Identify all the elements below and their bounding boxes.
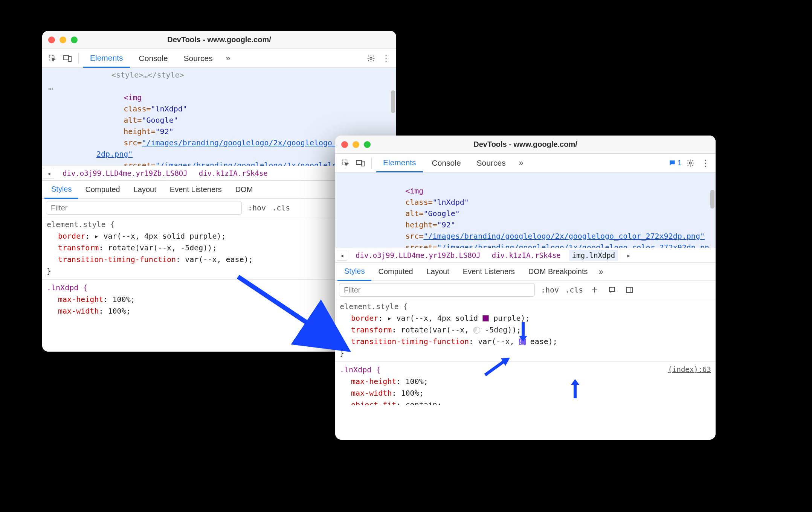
chevron-left-icon[interactable]: ◂: [337, 250, 347, 261]
subtab-styles[interactable]: Styles: [337, 263, 371, 281]
window-title: DevTools - www.google.com/: [335, 140, 716, 149]
breadcrumb-item-0[interactable]: div.o3j99.LLD4me.yr19Zb.LS8OJ: [353, 250, 484, 261]
close-brace: }: [340, 347, 711, 359]
gear-icon[interactable]: [684, 157, 697, 169]
css-decl-border[interactable]: border: ▸ var(--x, 4px solid purple);: [340, 312, 711, 324]
more-subtabs-icon[interactable]: »: [595, 265, 607, 278]
dom-tree[interactable]: <img class="lnXdpd" alt="Google" height=…: [335, 172, 716, 248]
kebab-icon[interactable]: ⋮: [699, 157, 712, 169]
breadcrumb-item-2[interactable]: img.lnXdpd: [569, 250, 618, 261]
styles-pane: element.style { border: ▸ var(--x, 4px s…: [335, 299, 716, 409]
inspect-icon[interactable]: [339, 157, 352, 169]
dom-node-img[interactable]: <img class="lnXdpd" alt="Google" height=…: [340, 174, 710, 248]
subtab-computed[interactable]: Computed: [78, 181, 127, 198]
traffic-lights: [48, 37, 78, 43]
subtab-layout[interactable]: Layout: [127, 181, 163, 198]
close-icon[interactable]: [341, 141, 348, 148]
minimize-icon[interactable]: [353, 141, 359, 148]
selector-element-style[interactable]: element.style {: [340, 301, 711, 312]
minimize-icon[interactable]: [60, 37, 66, 43]
subtab-layout[interactable]: Layout: [420, 263, 456, 280]
more-tabs-icon[interactable]: »: [515, 157, 528, 169]
breadcrumb-item-1[interactable]: div.k1zIA.rSk4se: [489, 250, 564, 261]
cls-toggle[interactable]: .cls: [565, 285, 583, 294]
device-mode-icon[interactable]: [354, 157, 367, 169]
tab-console[interactable]: Console: [132, 49, 175, 68]
separator: [78, 53, 79, 64]
subtab-computed[interactable]: Computed: [371, 263, 420, 280]
scrollbar-thumb[interactable]: [710, 190, 714, 209]
color-swatch-icon[interactable]: [482, 315, 489, 322]
issues-count: 1: [678, 158, 682, 167]
tab-sources[interactable]: Sources: [470, 154, 513, 172]
filter-input[interactable]: [339, 283, 535, 297]
breadcrumb: ◂ div.o3j99.LLD4me.yr19Zb.LS8OJ div.k1zI…: [335, 248, 716, 263]
svg-point-3: [370, 57, 372, 59]
pin-icon[interactable]: [606, 284, 618, 296]
filter-input[interactable]: [46, 201, 242, 215]
inspect-icon[interactable]: [46, 52, 59, 65]
kebab-icon[interactable]: ⋮: [380, 52, 392, 65]
window-title: DevTools - www.google.com/: [42, 35, 396, 44]
css-decl[interactable]: max-height: 100%;: [340, 376, 711, 387]
svg-rect-8: [609, 287, 615, 291]
subtab-styles[interactable]: Styles: [44, 181, 78, 199]
tab-console[interactable]: Console: [425, 154, 468, 172]
dom-node-style[interactable]: <style>…</style>: [63, 69, 391, 81]
css-decl-ttf[interactable]: transition-timing-function: var(--x, eas…: [340, 336, 711, 347]
tab-elements[interactable]: Elements: [376, 154, 423, 172]
gear-icon[interactable]: [365, 52, 377, 65]
main-toolbar: Elements Console Sources » ⋮: [42, 49, 396, 68]
breadcrumb-item-0[interactable]: div.o3j99.LLD4me.yr19Zb.LS8OJ: [60, 168, 191, 179]
devtools-window-right: DevTools - www.google.com/ Elements Cons…: [335, 136, 716, 440]
hov-toggle[interactable]: :hov: [541, 285, 559, 294]
sidebar-icon[interactable]: [624, 284, 635, 296]
chevron-right-icon[interactable]: ▸: [623, 250, 634, 261]
css-decl[interactable]: object-fit: contain;: [340, 399, 711, 405]
filter-row: :hov .cls: [335, 281, 716, 299]
svg-rect-9: [626, 287, 632, 293]
breadcrumb-item-1[interactable]: div.k1zIA.rSk4se: [196, 168, 271, 179]
close-icon[interactable]: [48, 37, 55, 43]
src-link[interactable]: "/images/branding/googlelogo/2x/googlelo…: [423, 232, 705, 241]
separator: [371, 157, 372, 169]
css-decl-transform[interactable]: transform: rotate(var(--x, -5deg));: [340, 324, 711, 336]
new-rule-icon[interactable]: [589, 284, 600, 296]
bezier-swatch-icon[interactable]: [519, 338, 526, 345]
cls-toggle[interactable]: .cls: [272, 203, 290, 212]
chevron-left-icon[interactable]: ◂: [44, 168, 54, 178]
source-link[interactable]: (index):63: [668, 364, 711, 375]
scrollbar-thumb[interactable]: [391, 90, 395, 113]
traffic-lights: [341, 141, 371, 148]
subtab-event-listeners[interactable]: Event Listeners: [456, 263, 522, 280]
css-decl[interactable]: max-width: 100%;: [340, 387, 711, 399]
subtab-event-listeners[interactable]: Event Listeners: [163, 181, 229, 198]
zoom-icon[interactable]: [364, 141, 371, 148]
titlebar: DevTools - www.google.com/: [335, 136, 716, 154]
device-mode-icon[interactable]: [61, 52, 74, 65]
main-toolbar: Elements Console Sources » 1 ⋮: [335, 154, 716, 172]
subtab-dom-breakpoints[interactable]: DOM Breakpoints: [522, 263, 595, 280]
tab-sources[interactable]: Sources: [177, 49, 220, 68]
selector-lnxdpd[interactable]: .lnXdpd {: [340, 365, 380, 374]
angle-swatch-icon[interactable]: [473, 327, 480, 334]
tab-elements[interactable]: Elements: [83, 49, 130, 68]
subtab-dom-breakpoints[interactable]: DOM: [229, 181, 258, 198]
svg-point-7: [689, 162, 691, 164]
more-tabs-icon[interactable]: »: [222, 52, 235, 65]
styles-subtabs: Styles Computed Layout Event Listeners D…: [335, 263, 716, 281]
zoom-icon[interactable]: [71, 37, 78, 43]
titlebar: DevTools - www.google.com/: [42, 31, 396, 49]
issues-button[interactable]: 1: [669, 158, 682, 167]
hov-toggle[interactable]: :hov: [248, 203, 266, 212]
